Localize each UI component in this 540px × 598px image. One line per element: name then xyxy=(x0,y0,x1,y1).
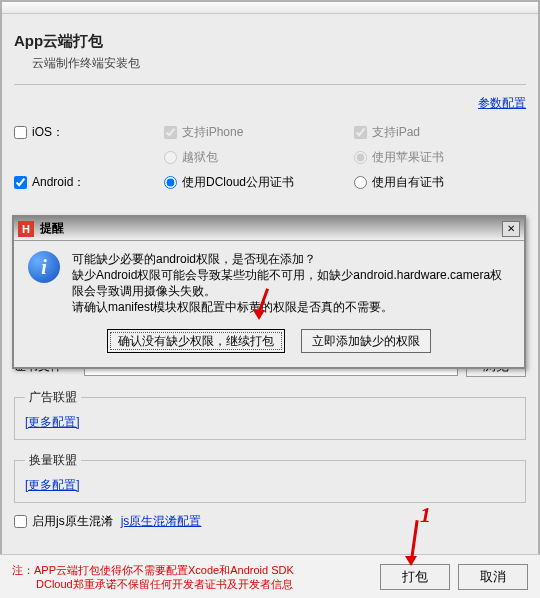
params-config-link[interactable]: 参数配置 xyxy=(14,95,526,112)
alert-dialog: H 提醒 ✕ i 可能缺少必要的android权限，是否现在添加？ 缺少Andr… xyxy=(12,215,526,369)
iphone-label: 支持iPhone xyxy=(182,124,243,141)
own-cert-label: 使用自有证书 xyxy=(372,174,444,191)
footer-note: 注：APP云端打包使得你不需要配置Xcode和Android SDK DClou… xyxy=(12,563,372,591)
ipad-label: 支持iPad xyxy=(372,124,420,141)
ads-more-link[interactable]: [更多配置] xyxy=(25,415,80,429)
ads-legend: 广告联盟 xyxy=(25,389,81,406)
annotation-arrowhead-1 xyxy=(253,310,265,320)
enable-js-obfuscate-label: 启用js原生混淆 xyxy=(32,513,113,530)
channel-fieldset: 换量联盟 [更多配置] xyxy=(14,452,526,503)
continue-pack-button[interactable]: 确认没有缺少权限，继续打包 xyxy=(107,329,285,353)
own-cert-radio[interactable] xyxy=(354,176,367,189)
js-obfuscate-config-link[interactable]: js原生混淆配置 xyxy=(121,513,202,530)
enable-js-obfuscate-checkbox[interactable] xyxy=(14,515,27,528)
dialog-close-button[interactable]: ✕ xyxy=(502,221,520,237)
dialog-title: 提醒 xyxy=(40,220,502,237)
page-subtitle: 云端制作终端安装包 xyxy=(32,55,526,72)
dcloud-cert-label: 使用DCloud公用证书 xyxy=(182,174,294,191)
divider xyxy=(14,84,526,85)
cancel-button[interactable]: 取消 xyxy=(458,564,528,590)
info-icon: i xyxy=(28,251,60,283)
pack-button[interactable]: 打包 xyxy=(380,564,450,590)
dialog-app-icon: H xyxy=(18,221,34,237)
jailbreak-label: 越狱包 xyxy=(182,149,218,166)
annotation-arrowhead-2 xyxy=(405,556,417,566)
android-checkbox[interactable] xyxy=(14,176,27,189)
add-permissions-button[interactable]: 立即添加缺少的权限 xyxy=(301,329,431,353)
channel-legend: 换量联盟 xyxy=(25,452,81,469)
android-label: Android： xyxy=(32,174,85,191)
page-title: App云端打包 xyxy=(14,32,526,51)
ipad-checkbox xyxy=(354,126,367,139)
ios-label: iOS： xyxy=(32,124,64,141)
apple-cert-label: 使用苹果证书 xyxy=(372,149,444,166)
ads-fieldset: 广告联盟 [更多配置] xyxy=(14,389,526,440)
jailbreak-radio xyxy=(164,151,177,164)
window-titlebar xyxy=(2,2,538,14)
iphone-checkbox xyxy=(164,126,177,139)
channel-more-link[interactable]: [更多配置] xyxy=(25,478,80,492)
annotation-number-1: 1 xyxy=(420,502,431,528)
apple-cert-radio xyxy=(354,151,367,164)
ios-checkbox[interactable] xyxy=(14,126,27,139)
dialog-message: 可能缺少必要的android权限，是否现在添加？ 缺少Android权限可能会导… xyxy=(72,251,510,315)
dcloud-cert-radio[interactable] xyxy=(164,176,177,189)
